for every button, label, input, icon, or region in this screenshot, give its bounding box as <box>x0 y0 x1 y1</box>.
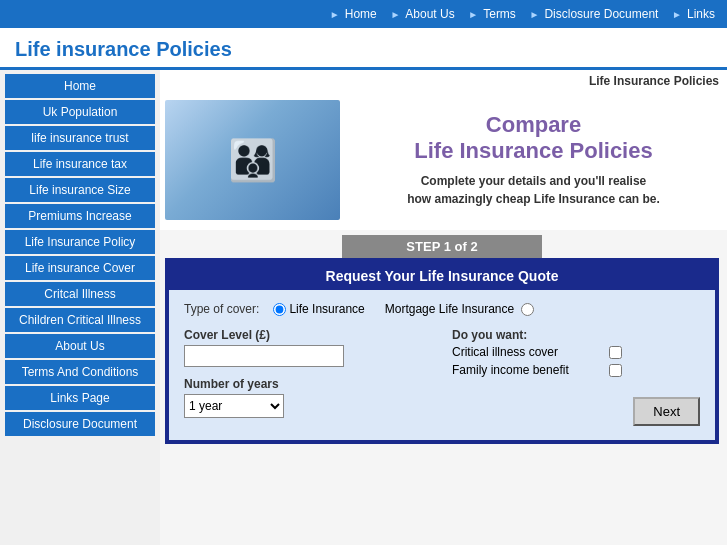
type-of-cover-label: Type of cover: <box>184 302 259 316</box>
family-photo: 👨‍👩‍👦 <box>165 100 340 220</box>
cover-level-field: Cover Level (£) <box>184 328 432 367</box>
right-fields: Do you want: Critical illness cover Fami… <box>452 328 700 428</box>
cover-level-label: Cover Level (£) <box>184 328 432 342</box>
step-container: STEP 1 of 2 Request Your Life Insurance … <box>165 235 719 444</box>
main-content: Life Insurance Policies 👨‍👩‍👦 Compare Li… <box>160 70 727 545</box>
family-income-checkbox[interactable] <box>609 364 622 377</box>
sidebar-item-terms[interactable]: Terms And Conditions <box>5 360 155 384</box>
top-navigation: ► Home ► About Us ► Terms ► Disclosure D… <box>0 0 727 28</box>
hero-text: Compare Life Insurance Policies Complete… <box>340 112 717 209</box>
quote-form: Request Your Life Insurance Quote Type o… <box>165 258 719 444</box>
compare-title: Compare Life Insurance Policies <box>350 112 717 165</box>
cover-level-input[interactable] <box>184 345 344 367</box>
sidebar-item-life-insurance-tax[interactable]: Life insurance tax <box>5 152 155 176</box>
quote-form-header: Request Your Life Insurance Quote <box>169 262 715 290</box>
arrow-icon: ► <box>390 9 400 20</box>
arrow-icon: ► <box>672 9 682 20</box>
family-photo-icon: 👨‍👩‍👦 <box>228 137 278 184</box>
main-layout: Home Uk Population life insurance trust … <box>0 70 727 545</box>
sidebar-item-home[interactable]: Home <box>5 74 155 98</box>
hero-section: 👨‍👩‍👦 Compare Life Insurance Policies Co… <box>160 90 727 230</box>
sidebar-item-uk-population[interactable]: Uk Population <box>5 100 155 124</box>
number-of-years-field: Number of years 1 year 2 years 3 years 5… <box>184 377 432 418</box>
sidebar-item-life-insurance-size[interactable]: Life insurance Size <box>5 178 155 202</box>
site-title: Life insurance Policies <box>15 38 232 60</box>
site-header: Life insurance Policies <box>0 28 727 70</box>
checkbox-group: Critical illness cover Family income ben… <box>452 345 700 377</box>
number-of-years-label: Number of years <box>184 377 432 391</box>
sidebar: Home Uk Population life insurance trust … <box>0 70 160 545</box>
left-fields: Cover Level (£) Number of years 1 year 2… <box>184 328 432 428</box>
radio-mortgage-input[interactable] <box>521 303 534 316</box>
sidebar-item-premiums-increase[interactable]: Premiums Increase <box>5 204 155 228</box>
type-of-cover-row: Type of cover: Life Insurance Mortgage L… <box>184 302 700 316</box>
nav-terms[interactable]: ► Terms <box>468 7 516 21</box>
arrow-icon: ► <box>330 9 340 20</box>
next-button[interactable]: Next <box>633 397 700 426</box>
hero-image: 👨‍👩‍👦 <box>165 100 340 220</box>
hero-subtitle: Complete your details and you'll realise… <box>350 172 717 208</box>
arrow-icon: ► <box>468 9 478 20</box>
do-you-want-label: Do you want: <box>452 328 700 342</box>
form-fields: Cover Level (£) Number of years 1 year 2… <box>184 328 700 428</box>
nav-home[interactable]: ► Home <box>330 7 377 21</box>
sidebar-item-about-us[interactable]: About Us <box>5 334 155 358</box>
years-select[interactable]: 1 year 2 years 3 years 5 years 10 years … <box>184 394 284 418</box>
sidebar-item-life-insurance-cover[interactable]: Life insurance Cover <box>5 256 155 280</box>
step-label: STEP 1 of 2 <box>342 235 542 258</box>
arrow-icon: ► <box>530 9 540 20</box>
nav-disclosure[interactable]: ► Disclosure Document <box>530 7 659 21</box>
cover-type-radio-group: Life Insurance Mortgage Life Insurance <box>273 302 534 316</box>
family-income-option: Family income benefit <box>452 363 622 377</box>
content-top-label: Life Insurance Policies <box>160 70 727 90</box>
quote-form-body: Type of cover: Life Insurance Mortgage L… <box>169 290 715 440</box>
sidebar-item-life-insurance-trust[interactable]: life insurance trust <box>5 126 155 150</box>
sidebar-item-links[interactable]: Links Page <box>5 386 155 410</box>
sidebar-item-critical-illness[interactable]: Critcal Illness <box>5 282 155 306</box>
do-you-want-field: Do you want: Critical illness cover Fami… <box>452 328 700 377</box>
critical-illness-option: Critical illness cover <box>452 345 622 359</box>
sidebar-item-disclosure[interactable]: Disclosure Document <box>5 412 155 436</box>
sidebar-item-children-critical-illness[interactable]: Children Critical Illness <box>5 308 155 332</box>
radio-mortgage: Mortgage Life Insurance <box>385 302 534 316</box>
sidebar-item-life-insurance-policy[interactable]: Life Insurance Policy <box>5 230 155 254</box>
nav-about-us[interactable]: ► About Us <box>390 7 454 21</box>
radio-life-insurance: Life Insurance <box>273 302 364 316</box>
radio-life-insurance-input[interactable] <box>273 303 286 316</box>
nav-links[interactable]: ► Links <box>672 7 715 21</box>
critical-illness-checkbox[interactable] <box>609 346 622 359</box>
